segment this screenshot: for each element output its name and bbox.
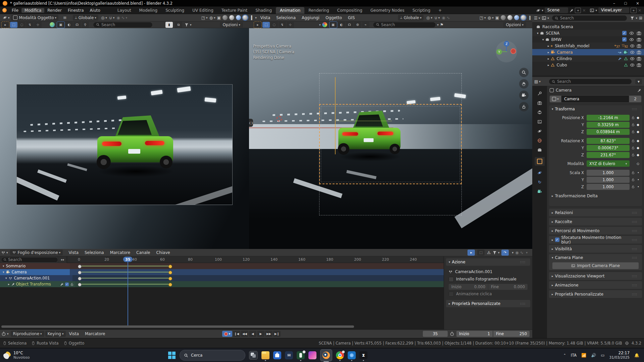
toggle-b-button[interactable]: ◐ bbox=[65, 22, 73, 28]
tab-constraints-icon[interactable]: ↻ bbox=[538, 180, 541, 185]
tab-scripting[interactable]: Scripting bbox=[408, 7, 434, 14]
lock-icon[interactable] bbox=[631, 130, 635, 134]
menu-aiuto[interactable]: Aiuto bbox=[87, 8, 103, 13]
render-camera-icon[interactable] bbox=[637, 44, 641, 48]
rotation-mode-dropdown[interactable]: XYZ di Eulero▾ bbox=[587, 160, 630, 167]
select-circle-tool-button[interactable]: ◌ bbox=[18, 22, 26, 28]
menu-canale[interactable]: Canale bbox=[133, 250, 153, 255]
matcap-preview-ball[interactable] bbox=[50, 22, 55, 27]
outliner-row-scene-collection[interactable]: Raccolta Scena bbox=[532, 23, 644, 30]
channel-sommario[interactable]: ▾Sommario bbox=[0, 263, 70, 269]
pin-scene-icon[interactable] bbox=[569, 8, 574, 12]
keyframe-selected[interactable] bbox=[168, 265, 172, 268]
manual-range-checkbox[interactable] bbox=[449, 277, 454, 282]
tab-shading[interactable]: Shading bbox=[251, 7, 276, 14]
frame-end-field[interactable]: Fine250 bbox=[493, 331, 530, 337]
timeline-editor-icon[interactable]: ▾ bbox=[1, 331, 9, 336]
keyframe[interactable] bbox=[78, 283, 82, 287]
hide-eye-icon[interactable] bbox=[629, 31, 634, 36]
posz-field[interactable]: 0.038944 m bbox=[587, 129, 630, 135]
channel-camera[interactable]: ▾Camera bbox=[0, 269, 70, 275]
task-view-button[interactable] bbox=[249, 351, 258, 360]
outliner-row-cilindro[interactable]: ▸ Cilindro bbox=[532, 55, 644, 62]
bmw-car-render[interactable] bbox=[336, 111, 404, 163]
hamburger-icon[interactable]: ≡ bbox=[63, 15, 67, 20]
object-name-field[interactable]: Camera bbox=[561, 95, 629, 103]
orientation-dropdown[interactable]: ⟂Globale▾ bbox=[398, 15, 424, 20]
collection-checkbox[interactable]: ✓ bbox=[622, 31, 627, 35]
overlays-icon[interactable]: ◍▾ bbox=[209, 15, 215, 20]
tab-collection-icon[interactable] bbox=[537, 148, 542, 152]
snap-magnet-icon[interactable]: ∪▾ bbox=[434, 15, 440, 20]
green-app-icon[interactable] bbox=[297, 351, 305, 359]
keyframe-selected[interactable] bbox=[168, 283, 172, 287]
viewlayer-selector[interactable]: ViewLayer bbox=[598, 7, 629, 13]
tab-compositing[interactable]: Compositing bbox=[333, 7, 366, 14]
hide-eye-icon[interactable] bbox=[630, 56, 635, 61]
gizmo-y-axis[interactable]: Y bbox=[496, 49, 502, 55]
transform-panel-header[interactable]: ▾ Trasforma :::: bbox=[549, 105, 642, 113]
viewlayer-icon[interactable]: ▾ bbox=[590, 8, 597, 13]
panel-visualizzazione-viewport[interactable]: ▸Visualizzazione Viewport:::: bbox=[549, 272, 642, 280]
panel-relazioni[interactable]: ▸Relazioni:::: bbox=[549, 209, 642, 216]
minimize-button[interactable]: – bbox=[608, 0, 620, 7]
posx-field[interactable]: -1.2164 m bbox=[587, 115, 630, 121]
render-camera-icon[interactable] bbox=[637, 56, 641, 61]
menu-seleziona[interactable]: Seleziona bbox=[273, 15, 299, 20]
zoom-viewport-icon[interactable] bbox=[519, 68, 529, 77]
properties-options-caret[interactable]: ▾ bbox=[635, 79, 642, 84]
menu-modifica[interactable]: Modifica bbox=[21, 8, 44, 13]
horizontal-scrollbar[interactable] bbox=[1, 325, 354, 328]
outliner-search[interactable]: Search bbox=[552, 15, 628, 21]
show-gizmo-icon[interactable]: ◳▾ bbox=[201, 15, 208, 20]
lock-icon[interactable] bbox=[631, 185, 635, 189]
mail-app-icon[interactable]: ✉ bbox=[285, 351, 293, 359]
battery-icon[interactable]: ▭ bbox=[601, 353, 604, 358]
new-viewlayer-icon[interactable]: + bbox=[631, 8, 637, 13]
tab-object-icon[interactable] bbox=[535, 157, 545, 166]
editor-type-icon[interactable]: ▾ bbox=[3, 15, 10, 20]
keyframe-diamond-icon[interactable]: ◆ bbox=[637, 116, 639, 119]
keyframe-diamond-icon[interactable]: ◆ bbox=[637, 153, 639, 157]
new-scene-icon[interactable]: + bbox=[575, 8, 581, 13]
new-collection-icon[interactable]: ⊞ bbox=[639, 16, 642, 20]
tab-data-icon[interactable] bbox=[537, 189, 542, 194]
drag-dots-icon[interactable]: :::: bbox=[632, 247, 637, 251]
cursor-tool-button[interactable]: ⊹ bbox=[287, 22, 294, 28]
toggle-a-button[interactable]: ▣ bbox=[57, 21, 65, 28]
viewport-left-search[interactable]: Search bbox=[93, 22, 153, 28]
outliner-filter-icon[interactable]: ▾ bbox=[630, 16, 637, 20]
outliner-display-mode-icon[interactable]: ☰▾ bbox=[534, 16, 540, 20]
scaley-field[interactable]: 1.000 bbox=[587, 177, 630, 183]
shading-toggle-c[interactable]: ☊ bbox=[346, 22, 353, 28]
viewport-right-search[interactable]: Search bbox=[373, 22, 436, 28]
tab-geometry-nodes[interactable]: Geometry Nodes bbox=[366, 7, 408, 14]
tab-texture-paint[interactable]: Texture Paint bbox=[217, 7, 251, 14]
expand-icon[interactable]: ▸ bbox=[548, 51, 549, 54]
shading-material-icon[interactable] bbox=[514, 15, 519, 20]
render-camera-icon[interactable] bbox=[637, 50, 641, 55]
tweak-tool-button[interactable]: ▸ bbox=[254, 21, 262, 28]
menu-vista[interactable]: Vista bbox=[66, 331, 82, 336]
select-lasso-tool-button[interactable]: ↯ bbox=[279, 22, 286, 28]
pan-hand-icon[interactable] bbox=[519, 79, 529, 89]
pin-id-icon[interactable] bbox=[637, 88, 641, 92]
navigation-gizmo[interactable]: Z Y bbox=[496, 41, 517, 62]
copy-stack-icon[interactable]: ⧉ bbox=[175, 22, 182, 28]
menu-vista[interactable]: Vista bbox=[65, 250, 82, 255]
menu-gis[interactable]: GIS bbox=[345, 15, 358, 20]
auto-keying-button[interactable]: ▾ bbox=[222, 331, 232, 337]
brush-icon[interactable]: ⌁ bbox=[362, 22, 369, 28]
current-frame-field[interactable]: 35 bbox=[423, 331, 448, 337]
drag-dots-icon[interactable]: :::: bbox=[520, 302, 526, 305]
outliner-row-sketchfab-model[interactable]: ▸ ⌖ Sketchfab_model ⌖37 ▽92 bbox=[532, 43, 644, 49]
shading-wireframe-icon[interactable] bbox=[501, 15, 506, 20]
taskbar-search[interactable]: Cerca bbox=[180, 350, 245, 361]
rotz-field[interactable]: 231.67° bbox=[587, 152, 630, 158]
collection-checkbox[interactable]: ✓ bbox=[622, 37, 627, 42]
panel-camera-plane[interactable]: ▾Camera Plane:::: Import Camera Plane bbox=[549, 254, 642, 270]
toggle-c-button[interactable]: ☊ bbox=[73, 22, 81, 28]
keyframe-diamond-icon[interactable]: ◆ bbox=[637, 130, 639, 134]
shading-solid-icon[interactable] bbox=[507, 15, 512, 20]
motion-blur-checkbox[interactable]: ✓ bbox=[555, 238, 559, 242]
